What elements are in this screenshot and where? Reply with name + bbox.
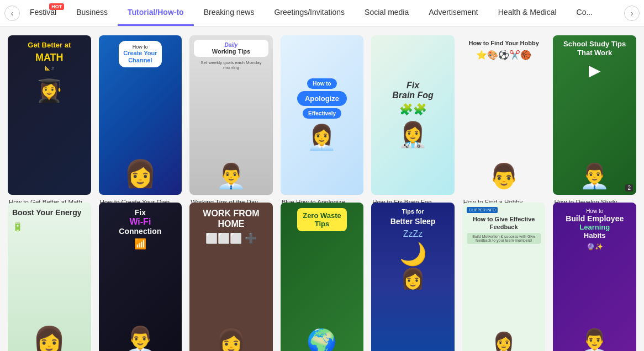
thumb-math: Get Better at MATH 📐 𝜋 👩‍🎓 — [8, 35, 91, 195]
tab-festival[interactable]: Festival HOT — [20, 0, 66, 26]
nav-bar: ‹ Festival HOT Business Tutorial/How-to … — [0, 0, 644, 26]
thumb-worktips: Daily Working Tips Set weekly goals each… — [189, 35, 273, 195]
thumb-hobby: How to Find Your Hobby ⭐🎨⚽✂️🏀 👨 — [462, 35, 546, 195]
card-worktips[interactable]: Daily Working Tips Set weekly goals each… — [189, 35, 273, 195]
thumb-sleep: Tips for Better Sleep ZzZz 🌙 👩 — [371, 203, 455, 351]
thumb-brainfog: Fix Brain Fog 🧩🧩 👩‍⚕️ — [371, 35, 455, 195]
nav-next-button[interactable]: › — [624, 6, 640, 21]
tab-advertisement[interactable]: Advertisement — [419, 0, 488, 26]
tab-greetings[interactable]: Greetings/Invitations — [264, 0, 355, 26]
card-math[interactable]: Get Better at MATH 📐 𝜋 👩‍🎓 How to Get Be… — [8, 35, 91, 195]
card-wfh[interactable]: WORK FROM HOME ⬜⬜⬜ ➕ 👩 How to Work from … — [189, 203, 273, 351]
tab-more[interactable]: Co... — [567, 0, 603, 26]
thumb-wifi: Fix Wi-Fi Connection 📶 👨‍💼 — [99, 203, 182, 351]
thumb-employee: How to Build Employee Learning Habits 🔮✨… — [553, 203, 636, 351]
thumb-wfh: WORK FROM HOME ⬜⬜⬜ ➕ 👩 — [189, 203, 273, 351]
card-energy[interactable]: Boost Your Energy 🔋 👩 How to Boost Your … — [8, 203, 91, 351]
card-employee[interactable]: How to Build Employee Learning Habits 🔮✨… — [553, 203, 636, 351]
card-apologize[interactable]: How to Apologize Effectively 👩‍💼 Blue Ho… — [281, 35, 364, 195]
tab-health[interactable]: Health & Medical — [488, 0, 567, 26]
thumb-feedback: CLIPPER INFO How to Give Effective Feedb… — [462, 203, 546, 351]
tab-social[interactable]: Social media — [355, 0, 419, 26]
thumb-zerowaste: Zero WasteTips 🌍 — [281, 203, 364, 351]
card-study[interactable]: School Study Tips That Work ▶ 👨‍💼 2 How … — [553, 35, 636, 195]
thumb-energy: Boost Your Energy 🔋 👩 — [8, 203, 91, 351]
tab-tutorial[interactable]: Tutorial/How-to — [118, 0, 194, 26]
hot-badge: HOT — [49, 3, 64, 10]
card-wifi[interactable]: Fix Wi-Fi Connection 📶 👨‍💼 How to Fix Wi… — [99, 203, 182, 351]
card-brainfog[interactable]: Fix Brain Fog 🧩🧩 👩‍⚕️ How to Fix Brain F… — [371, 35, 455, 195]
template-grid: Get Better at MATH 📐 𝜋 👩‍🎓 How to Get Be… — [0, 26, 644, 351]
tab-breaking[interactable]: Breaking news — [194, 0, 265, 26]
card-hobby[interactable]: How to Find Your Hobby ⭐🎨⚽✂️🏀 👨 How to F… — [462, 35, 546, 195]
thumb-study: School Study Tips That Work ▶ 👨‍💼 2 — [553, 35, 636, 195]
card-channel[interactable]: How to Create YourChannel 👩 How to Creat… — [99, 35, 182, 195]
card-sleep[interactable]: Tips for Better Sleep ZzZz 🌙 👩 Blue How … — [371, 203, 455, 351]
thumb-apologize: How to Apologize Effectively 👩‍💼 — [281, 35, 364, 195]
card-feedback[interactable]: CLIPPER INFO How to Give Effective Feedb… — [462, 203, 546, 351]
tab-business[interactable]: Business — [66, 0, 118, 26]
card-zerowaste[interactable]: Zero WasteTips 🌍 Green Zero Waste Tips — [281, 203, 364, 351]
nav-tabs: Festival HOT Business Tutorial/How-to Br… — [20, 0, 624, 26]
thumb-channel: How to Create YourChannel 👩 — [99, 35, 182, 195]
nav-prev-button[interactable]: ‹ — [4, 6, 20, 21]
